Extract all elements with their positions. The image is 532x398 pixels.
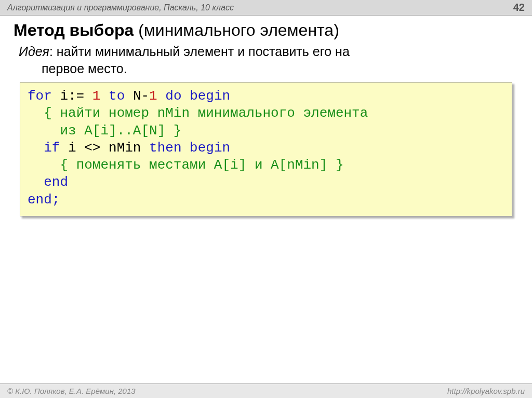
code-space <box>182 140 190 156</box>
code-block: for i:= 1 to N-1 do begin { найти номер … <box>20 82 512 216</box>
code-space <box>100 88 109 104</box>
idea-paragraph: Идея: найти минимальный элемент и постав… <box>19 43 513 77</box>
code-comment: { поменять местами A[i] и A[nMin] } <box>60 157 343 173</box>
number-literal: 1 <box>149 88 157 104</box>
slide-title: Метод выбора (минимального элемента) <box>0 16 532 43</box>
header-title: Алгоритмизация и программирование, Паска… <box>7 3 234 12</box>
keyword-begin: begin <box>190 140 230 156</box>
content-area: Идея: найти минимальный элемент и постав… <box>0 43 532 216</box>
number-literal: 1 <box>84 88 100 104</box>
idea-text-2: первое место. <box>19 60 513 77</box>
footer-copyright: © К.Ю. Поляков, Е.А. Ерёмин, 2013 <box>7 387 136 395</box>
idea-label: Идея <box>19 44 49 59</box>
code-text: i:= <box>52 88 84 104</box>
title-rest: (минимального элемента) <box>134 21 339 39</box>
code-text: i <> nMin <box>60 140 149 156</box>
keyword-end: end <box>44 174 68 190</box>
code-text: N- <box>125 88 149 104</box>
keyword-for: for <box>28 88 52 104</box>
keyword-do: do <box>165 88 181 104</box>
footer-bar: © К.Ю. Поляков, Е.А. Ерёмин, 2013 http:/… <box>0 383 532 398</box>
keyword-then: then <box>149 140 181 156</box>
header-bar: Алгоритмизация и программирование, Паска… <box>0 0 532 16</box>
page-number: 42 <box>513 2 525 13</box>
code-comment: из A[i]..A[N] } <box>60 123 181 139</box>
keyword-end-semi: end; <box>28 192 60 208</box>
code-space <box>182 88 190 104</box>
footer-url: http://kpolyakov.spb.ru <box>447 387 525 395</box>
keyword-to: to <box>109 88 125 104</box>
title-bold: Метод выбора <box>14 21 134 39</box>
keyword-if: if <box>44 140 60 156</box>
idea-text-1: : найти минимальный элемент и поставить … <box>49 44 350 59</box>
keyword-begin: begin <box>190 88 230 104</box>
code-space <box>157 88 166 104</box>
code-comment: { найти номер nMin минимального элемента <box>44 105 368 121</box>
